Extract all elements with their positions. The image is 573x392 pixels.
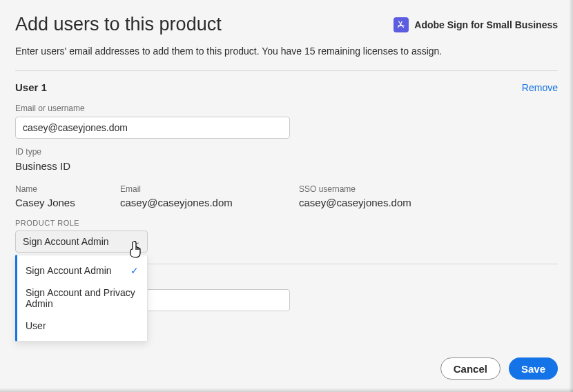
dropdown-option-label: Sign Account Admin bbox=[26, 265, 112, 276]
page-title: Add users to this product bbox=[15, 14, 222, 35]
adobe-acrobat-icon bbox=[394, 17, 409, 32]
sso-value: casey@caseyjones.dom bbox=[299, 197, 558, 208]
check-icon: ✓ bbox=[130, 265, 139, 276]
dropdown-option-label: User bbox=[26, 320, 46, 331]
email-username-label: Email or username bbox=[15, 104, 558, 113]
email-username-input[interactable] bbox=[15, 117, 290, 139]
product-role-dropdown[interactable]: Sign Account Admin ⌄ bbox=[15, 231, 148, 253]
cancel-button[interactable]: Cancel bbox=[440, 357, 501, 380]
email-label: Email bbox=[120, 184, 299, 194]
product-role-menu: Sign Account Admin ✓ Sign Account and Pr… bbox=[15, 255, 148, 342]
dropdown-option-sign-account-admin[interactable]: Sign Account Admin ✓ bbox=[17, 259, 147, 282]
email-value: casey@caseyjones.dom bbox=[120, 197, 299, 208]
dropdown-option-sign-account-privacy-admin[interactable]: Sign Account and Privacy Admin bbox=[17, 282, 147, 315]
dropdown-option-user[interactable]: User bbox=[17, 315, 147, 337]
page-subtitle: Enter users' email addresses to add them… bbox=[15, 46, 558, 57]
remove-button[interactable]: Remove bbox=[522, 82, 558, 93]
sso-label: SSO username bbox=[299, 184, 558, 194]
name-label: Name bbox=[15, 184, 120, 194]
divider bbox=[15, 70, 558, 71]
product-role-selected: Sign Account Admin bbox=[23, 236, 109, 247]
chevron-down-icon: ⌄ bbox=[134, 237, 140, 246]
dropdown-option-label: Sign Account and Privacy Admin bbox=[26, 287, 139, 309]
user-number-label: User 1 bbox=[15, 81, 47, 93]
id-type-label: ID type bbox=[15, 147, 558, 157]
user-section: User 1 Remove Email or username ID type … bbox=[15, 81, 558, 311]
save-button[interactable]: Save bbox=[509, 357, 558, 380]
product-name: Adobe Sign for Small Business bbox=[414, 19, 558, 30]
product-role-label: PRODUCT ROLE bbox=[15, 219, 558, 227]
name-value: Casey Jones bbox=[15, 197, 120, 208]
id-type-value: Business ID bbox=[15, 160, 558, 172]
product-badge: Adobe Sign for Small Business bbox=[394, 17, 558, 32]
